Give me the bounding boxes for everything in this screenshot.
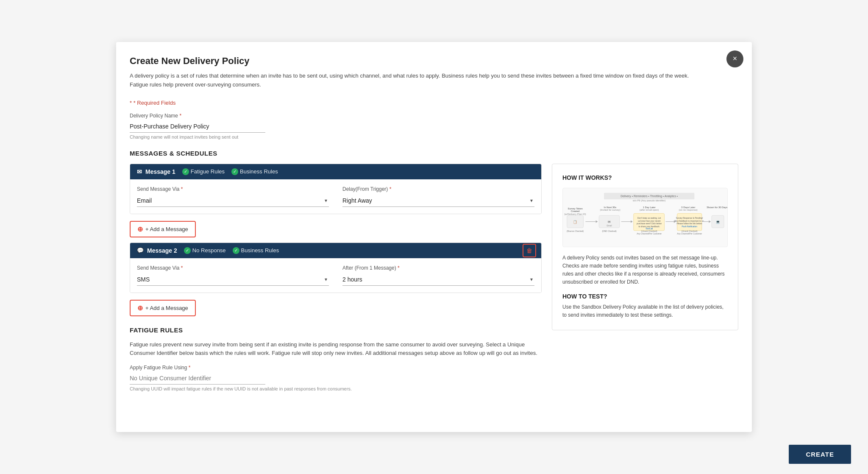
message1-delay-select[interactable]: Right Away 1 hour 2 hours 1 day 3 days [342, 195, 534, 207]
modal-description: A delivery policy is a set of rules that… [130, 72, 702, 89]
plus-icon-1: ⊕ [137, 225, 143, 233]
envelope-icon: ✉ [137, 168, 142, 175]
message2-after-select[interactable]: Right Away 1 hour 2 hours 1 day 3 days [342, 273, 534, 286]
how-to-test-desc: Use the Sandbox Delivery Policy availabl… [562, 303, 728, 319]
message2-business-check-icon: ✓ [233, 247, 239, 254]
message1-header: ✉ Message 1 ✓ Fatigue Rules ✓ Business R… [130, 164, 541, 179]
svg-text:In Next 30s: In Next 30s [604, 206, 616, 208]
message2-send-via-wrapper: Email SMS Push Notification ▾ [137, 273, 329, 286]
name-required-star: * [179, 113, 181, 119]
message1-body: Send Message Via * Email SMS Push Notifi… [130, 179, 541, 214]
main-content: ✉ Message 1 ✓ Fatigue Rules ✓ Business R… [130, 164, 738, 399]
message1-delay-wrapper: Right Away 1 hour 2 hours 1 day 3 days ▾ [342, 195, 534, 207]
svg-text:Don't keep us waiting. Let: Don't keep us waiting. Let [637, 217, 661, 219]
svg-text:Email: Email [607, 225, 612, 227]
delivery-policy-name-group: Delivery Policy Name * Changing name wil… [130, 113, 738, 139]
fatigue-title: FATIGUE RULES [130, 326, 542, 334]
svg-text:✉: ✉ [608, 220, 611, 223]
fatigue-apply-input[interactable] [130, 372, 265, 385]
message1-fields: Send Message Via * Email SMS Push Notifi… [137, 186, 534, 207]
svg-text:📋: 📋 [573, 219, 577, 223]
message2-after-field: After (From 1 Message) * Right Away 1 ho… [342, 265, 534, 286]
fatigue-apply-group: Apply Fatigue Rule Using * Changing UUID… [130, 365, 542, 391]
svg-text:(on no response): (on no response) [679, 209, 698, 211]
required-star: * [130, 100, 132, 106]
message1-title: ✉ Message 1 [137, 168, 175, 175]
message1-business-badge: ✓ Business Rules [231, 168, 278, 175]
fatigue-apply-hint: Changing UUID will impact fatigue rules … [130, 386, 542, 391]
message2-after-label: After (From 1 Message) * [342, 265, 534, 271]
svg-text:(Invited for survey): (Invited for survey) [600, 209, 620, 211]
svg-text:Created: Created [571, 210, 580, 212]
how-to-test-title: HOW TO TEST? [562, 293, 728, 300]
svg-text:TextCall: TextCall [645, 228, 653, 230]
message2-send-via-label: Send Message Via * [137, 265, 329, 271]
create-button[interactable]: CREATE [789, 445, 851, 464]
close-button[interactable]: × [726, 50, 743, 67]
no-response-check-icon: ✓ [184, 247, 191, 254]
flow-diagram: Delivery • Reminders • Throttling • Anal… [563, 188, 727, 247]
how-it-works-title: HOW IT WORKS? [562, 174, 728, 181]
fatigue-description: Fatigue rules prevent new survey invite … [130, 340, 542, 358]
svg-text:Please follow the link below:: Please follow the link below: [676, 223, 702, 225]
svg-text:(Unsub Checked): (Unsub Checked) [682, 230, 698, 232]
svg-text:(after email open): (after email open) [640, 209, 659, 211]
business-check-icon: ✓ [231, 168, 238, 175]
svg-text:Delivery • Reminders • Throttl: Delivery • Reminders • Throttling • Anal… [620, 195, 678, 198]
svg-text:1 Day Later: 1 Day Later [643, 206, 656, 208]
message2-business-badge: ✓ Business Rules [233, 247, 279, 254]
svg-text:purchase went! Click below: purchase went! Click below [637, 223, 662, 225]
message2-delete-button[interactable]: 🗑 [523, 244, 536, 257]
message1-delay-field: Delay(From Trigger) * Right Away 1 hour … [342, 186, 534, 207]
message1-send-via-select[interactable]: Email SMS Push Notification [137, 195, 329, 207]
delivery-policy-name-input[interactable] [130, 120, 265, 133]
svg-text:w/o PII (Any pseudo identifier: w/o PII (Any pseudo identifier) [632, 199, 666, 202]
message1-send-via-label: Send Message Via * [137, 186, 329, 192]
message1-fatigue-badge: ✓ Fatigue Rules [182, 168, 225, 175]
svg-text:Any Channel/Per Customer: Any Channel/Per Customer [637, 232, 662, 234]
add-message-button-2[interactable]: ⊕ + Add a Message [130, 300, 196, 316]
svg-text:Any Channel/Per Customer: Any Channel/Per Customer [677, 232, 702, 234]
trash-icon: 🗑 [526, 247, 532, 254]
svg-text:Survey Token: Survey Token [568, 207, 583, 209]
svg-text:Shown for 30 Days: Shown for 30 Days [707, 206, 727, 208]
diagram-placeholder: Delivery • Reminders • Throttling • Anal… [562, 188, 728, 247]
svg-text:(Unsub Checked): (Unsub Checked) [641, 230, 657, 232]
message1-send-via-wrapper: Email SMS Push Notification ▾ [137, 195, 329, 207]
left-panel: ✉ Message 1 ✓ Fatigue Rules ✓ Business R… [130, 164, 542, 399]
fatigue-section: FATIGUE RULES Fatigue rules prevent new … [130, 326, 542, 392]
svg-text:3 Days Later: 3 Days Later [681, 206, 695, 208]
sms-icon: 💬 [137, 247, 144, 254]
right-panel: HOW IT WORKS? Delivery • Reminders • Thr… [552, 164, 738, 399]
how-it-works-panel: HOW IT WORKS? Delivery • Reminders • Thr… [552, 164, 738, 330]
svg-text:(Bounce Checked): (Bounce Checked) [567, 230, 584, 232]
svg-text:Survey Response Is Pending!: Survey Response Is Pending! [676, 217, 703, 219]
svg-text:Push Notification: Push Notification [682, 226, 698, 228]
modal-title: Create New Delivery Policy [130, 56, 738, 67]
message2-send-via-select[interactable]: Email SMS Push Notification [137, 273, 329, 286]
svg-text:(DND Checked): (DND Checked) [602, 230, 617, 232]
messages-section-title: MESSAGES & SCHEDULES [130, 150, 738, 157]
fatigue-apply-label: Apply Fatigue Rule Using * [130, 365, 542, 371]
message1-send-via-field: Send Message Via * Email SMS Push Notifi… [137, 186, 329, 207]
message2-header: 💬 Message 2 ✓ No Response ✓ Business Rul… [130, 243, 541, 258]
modal-container: × Create New Delivery Policy A delivery … [116, 42, 752, 432]
message2-no-response-badge: ✓ No Response [184, 247, 226, 254]
delivery-policy-name-label: Delivery Policy Name * [130, 113, 738, 119]
message1-block: ✉ Message 1 ✓ Fatigue Rules ✓ Business R… [130, 164, 542, 214]
plus-icon-2: ⊕ [137, 304, 143, 312]
message2-fields: Send Message Via * Email SMS Push Notifi… [137, 265, 534, 286]
message2-after-wrapper: Right Away 1 hour 2 hours 1 day 3 days ▾ [342, 273, 534, 286]
message2-block: 💬 Message 2 ✓ No Response ✓ Business Rul… [130, 243, 542, 293]
svg-marker-16 [596, 220, 598, 223]
add-message-button-1[interactable]: ⊕ + Add a Message [130, 221, 196, 237]
message1-delay-label: Delay(From Trigger) * [342, 186, 534, 192]
svg-text:💻: 💻 [716, 219, 720, 223]
message2-title: 💬 Message 2 [137, 247, 177, 254]
svg-text:Your feedback is important to : Your feedback is important to us. [675, 220, 704, 222]
message2-body: Send Message Via * Email SMS Push Notifi… [130, 258, 541, 293]
message2-send-via-field: Send Message Via * Email SMS Push Notifi… [137, 265, 329, 286]
how-it-works-desc: A delivery Policy sends out invites base… [562, 254, 728, 287]
svg-text:us know how your recent: us know how your recent [638, 220, 661, 222]
svg-text:(w/Delivery Plan ID): (w/Delivery Plan ID) [564, 213, 586, 215]
